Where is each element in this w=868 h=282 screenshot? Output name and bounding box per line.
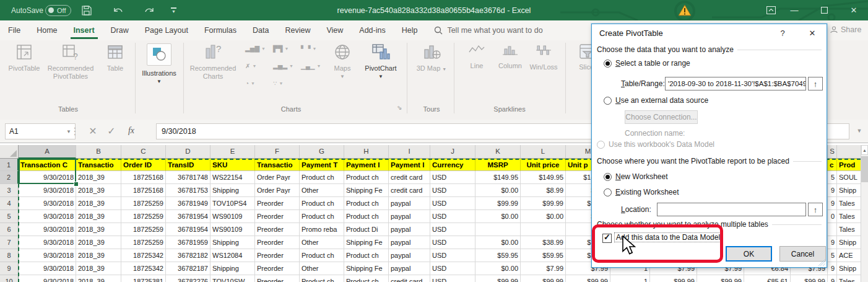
cell[interactable]: paypal	[389, 262, 430, 275]
cell[interactable]: 9/30/2018	[19, 210, 76, 223]
cell[interactable]: $99.99	[475, 197, 521, 210]
cell[interactable]: Other	[300, 262, 344, 275]
sparkline-line-button[interactable]: Line	[461, 43, 493, 70]
cell[interactable]: USD	[430, 275, 475, 282]
cell[interactable]: 36782182	[166, 249, 210, 262]
insert-line-chart-button[interactable]: ✗▼	[245, 63, 256, 69]
cell[interactable]: $0.00	[475, 236, 521, 249]
cell[interactable]: 0	[828, 210, 837, 223]
cell[interactable]: paypal	[389, 249, 430, 262]
insert-statistic-chart-button[interactable]: ▂▅▂▼	[273, 63, 293, 69]
cell[interactable]: Promo reba	[300, 223, 344, 236]
tab-view[interactable]: View	[318, 20, 351, 40]
col-header-G[interactable]: G	[300, 145, 344, 159]
cell[interactable]: $99.99	[650, 275, 697, 282]
tab-draw[interactable]: Draw	[103, 20, 137, 40]
col-header-B[interactable]: B	[76, 145, 121, 159]
field-header-cell[interactable]: Transactio	[255, 159, 300, 171]
cell[interactable]: credit card	[389, 275, 430, 282]
field-header-cell[interactable]: Transactio	[76, 159, 121, 171]
cell[interactable]: Order Payr	[255, 171, 300, 184]
cell[interactable]: $149.95	[475, 171, 521, 184]
cell[interactable]: 2018_39	[76, 275, 121, 282]
cell[interactable]: 18725342	[121, 249, 166, 262]
cell[interactable]: WS22154	[210, 171, 255, 184]
cell[interactable]: $8.99	[521, 184, 566, 197]
field-header-cell[interactable]: Order ID	[121, 159, 166, 171]
recommended-pivottables-button[interactable]: ? Recommended PivotTables	[45, 43, 97, 81]
dialog-close-button[interactable]: ✕	[802, 24, 822, 42]
cell[interactable]: 9/30/2018	[19, 275, 76, 282]
cell[interactable]: 9	[828, 236, 837, 249]
field-header-cell[interactable]: SKU	[210, 159, 255, 171]
cell[interactable]: credit card	[389, 184, 430, 197]
cell[interactable]: Order Payr	[255, 184, 300, 197]
tab-page-layout[interactable]: Page Layout	[137, 20, 196, 40]
cell[interactable]: credit card	[389, 171, 430, 184]
cell[interactable]: TOV10SW	[210, 275, 255, 282]
insert-pie-chart-button[interactable]: ◔▼	[245, 80, 255, 87]
recommended-charts-button[interactable]: ? Recommended Charts	[186, 43, 240, 81]
cell[interactable]: Preorder	[255, 262, 300, 275]
minimize-button[interactable]: —	[784, 0, 805, 20]
cell[interactable]: Product ch	[300, 171, 344, 184]
cell[interactable]: $99.99	[521, 197, 566, 210]
cell[interactable]: Shipping	[210, 236, 255, 249]
cell[interactable]: $0.00	[475, 184, 521, 197]
sparkline-winloss-button[interactable]: Win/Loss	[527, 43, 560, 71]
cell[interactable]: Product ch	[344, 275, 389, 282]
cell[interactable]: Product ch	[344, 249, 389, 262]
cell[interactable]: Product ch	[300, 197, 344, 210]
close-button[interactable]: ✕	[843, 0, 864, 20]
row-header-1[interactable]: 1	[0, 159, 19, 171]
save-icon[interactable]	[82, 0, 92, 20]
field-header-cell[interactable]: Payment I	[344, 159, 389, 171]
cell[interactable]: 36781954	[166, 223, 210, 236]
cell[interactable]: 9/30/2018	[19, 197, 76, 210]
row-header-6[interactable]: 6	[0, 223, 19, 236]
confirm-entry-icon[interactable]: ✓	[104, 123, 119, 138]
cell[interactable]: USD	[430, 210, 475, 223]
col-header-E[interactable]: E	[210, 145, 255, 159]
cell[interactable]: 2018_39	[76, 184, 121, 197]
cell[interactable]: 9/30/2018	[19, 249, 76, 262]
cell[interactable]: 18725381	[121, 275, 166, 282]
cell[interactable]	[521, 223, 566, 236]
cell[interactable]: Preorder	[255, 210, 300, 223]
cell[interactable]: 18725259	[121, 236, 166, 249]
cell[interactable]: Preorder	[255, 275, 300, 282]
cell[interactable]: 9/30/2018	[19, 236, 76, 249]
cell[interactable]: Product ch	[344, 171, 389, 184]
row-header-9[interactable]: 9	[0, 262, 19, 275]
cell[interactable]: Shipping Fe	[344, 236, 389, 249]
ok-button[interactable]: OK	[726, 246, 772, 262]
field-header-cell[interactable]: Unit price	[521, 159, 566, 171]
illustrations-button[interactable]: Illustrations ▼	[137, 43, 181, 84]
cell[interactable]: Product ch	[344, 197, 389, 210]
cell[interactable]: 18725259	[121, 223, 166, 236]
insert-function-icon[interactable]: fx	[123, 123, 140, 138]
radio-external-source[interactable]	[604, 97, 612, 105]
scrollbar-thumb[interactable]	[861, 156, 868, 182]
col-header-L[interactable]: L	[521, 145, 566, 159]
cell[interactable]	[475, 223, 521, 236]
cell[interactable]: USD	[430, 262, 475, 275]
cell[interactable]: 18725259	[121, 197, 166, 210]
cell[interactable]: 5	[828, 171, 837, 184]
cell[interactable]: 2018_39	[76, 262, 121, 275]
cell[interactable]: 5	[828, 249, 837, 262]
field-header-cell[interactable]: Payment T	[300, 159, 344, 171]
row-header-5[interactable]: 5	[0, 210, 19, 223]
dialog-help-button[interactable]: ?	[773, 24, 792, 42]
cell[interactable]: 2018_39	[76, 197, 121, 210]
range-selector-button[interactable]: ↑	[808, 77, 823, 90]
cell[interactable]: $149.95	[521, 171, 566, 184]
tab-file[interactable]: File	[0, 20, 28, 40]
cell[interactable]: 9/30/2018	[19, 184, 76, 197]
cell[interactable]: Preorder	[255, 223, 300, 236]
row-header-4[interactable]: 4	[0, 197, 19, 210]
cell[interactable]: Product ch	[344, 210, 389, 223]
undo-icon[interactable]	[113, 0, 124, 20]
cell[interactable]: Other	[300, 236, 344, 249]
insert-scatter-chart-button[interactable]: ∵▼	[273, 80, 283, 87]
